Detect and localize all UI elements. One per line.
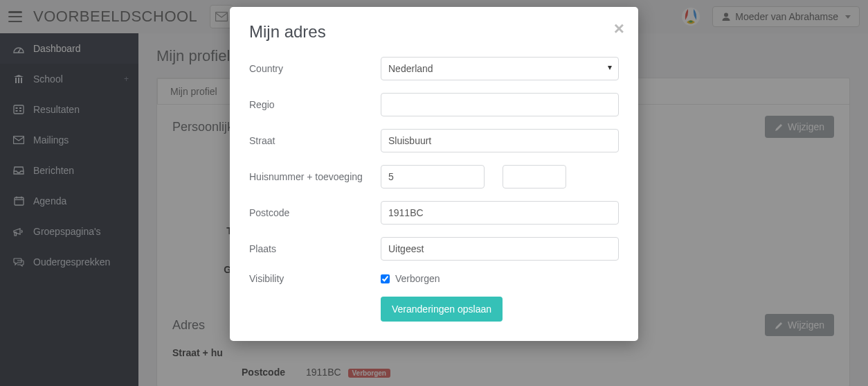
toevoeging-input[interactable] (503, 165, 566, 188)
plaats-input[interactable] (381, 237, 619, 261)
modal-backdrop[interactable]: Mijn adres × Country Nederland Regio Str… (0, 0, 868, 386)
modal-title: Mijn adres (249, 22, 619, 42)
address-modal: Mijn adres × Country Nederland Regio Str… (230, 7, 638, 341)
label-country: Country (249, 63, 381, 74)
save-button[interactable]: Veranderingen opslaan (381, 297, 503, 322)
visibility-checkbox-label: Verborgen (395, 273, 440, 284)
label-huisnummer: Huisnummer + toevoeging (249, 171, 381, 182)
label-regio: Regio (249, 99, 381, 110)
close-icon[interactable]: × (614, 19, 624, 37)
straat-input[interactable] (381, 129, 619, 152)
regio-input[interactable] (381, 93, 619, 116)
huisnummer-input[interactable] (381, 165, 485, 188)
country-select[interactable]: Nederland (381, 57, 619, 80)
label-visibility: Visibility (249, 273, 381, 284)
visibility-checkbox[interactable] (381, 274, 390, 283)
label-postcode-modal: Postcode (249, 207, 381, 218)
label-plaats: Plaats (249, 243, 381, 254)
postcode-input[interactable] (381, 201, 619, 225)
label-straat: Straat (249, 135, 381, 146)
